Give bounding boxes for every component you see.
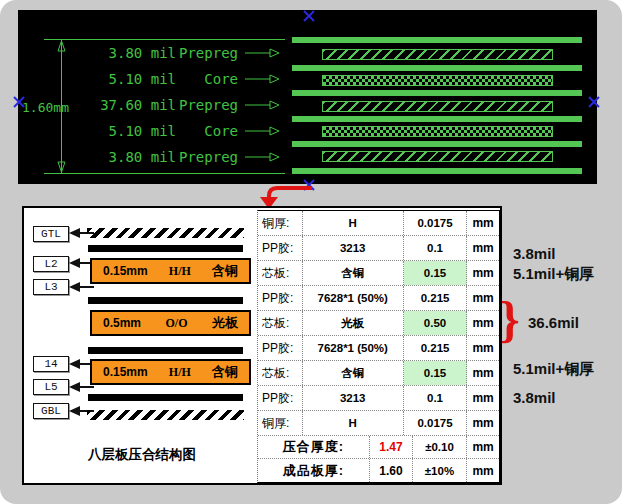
layer-callout: 5.10 mil Core <box>78 118 282 144</box>
summary-value-cell: 1.60 <box>370 459 413 482</box>
layer-thickness: 3.80 mil <box>78 45 176 61</box>
value-cell-highlighted: 0.15 <box>404 361 467 385</box>
material-cell: 3213 <box>303 386 404 410</box>
layer-material: Core <box>176 123 238 139</box>
layer-pointer-arrow-icon <box>245 126 281 136</box>
table-row: 铜厚: H 0.0175 mm <box>258 211 499 236</box>
layer-label-box: L2 <box>33 256 69 272</box>
mil-annotation: 3.8mil <box>513 389 556 406</box>
prepreg-layer-bar <box>322 101 553 112</box>
prepreg-black-bar <box>88 347 243 354</box>
table-row: 芯板: 光板 0.50 mm <box>258 311 499 336</box>
value-cell: 0.1 <box>404 386 467 410</box>
core-foil-spec: O/O <box>166 316 188 331</box>
core-thickness: 0.5mm <box>103 316 141 330</box>
layer-label-box: L3 <box>33 279 69 295</box>
summary-tolerance-cell: ±0.10 <box>413 436 468 458</box>
stackup-diagram-panel: GTL L2 L3 14 L5 GBL 0.15mm H/H 含铜 0.5mm … <box>22 206 502 485</box>
table-row: PP胶: 3213 0.1 mm <box>258 386 499 411</box>
core-block: 0.15mm H/H 含铜 <box>90 258 251 284</box>
unit-cell: mm <box>467 386 499 410</box>
unit-cell: mm <box>467 311 499 335</box>
layer-pointer-arrow-icon <box>245 152 281 162</box>
row-label-cell: PP胶: <box>258 286 303 310</box>
core-block: 0.5mm O/O 光板 <box>90 310 251 336</box>
core-foil-spec: H/H <box>169 264 191 279</box>
layer-material: Prepreg <box>176 97 238 113</box>
layer-callout: 3.80 mil Prepreg <box>78 144 282 170</box>
value-cell: 0.215 <box>404 336 467 360</box>
unit-cell: mm <box>467 361 499 385</box>
table-row: 芯板: 含铜 0.15 mm <box>258 261 499 286</box>
unit-cell: mm <box>467 261 499 285</box>
table-row: PP胶: 7628*1 (50%) 0.215 mm <box>258 336 499 361</box>
layer-thickness: 3.80 mil <box>78 149 176 165</box>
layer-label-box: GTL <box>33 226 69 242</box>
summary-label-cell: 压合厚度: <box>258 436 370 458</box>
core-thickness: 0.15mm <box>103 365 148 379</box>
stackup-spec-table: 铜厚: H 0.0175 mm PP胶: 3213 0.1 mm 芯板: 含铜 … <box>257 210 500 483</box>
material-cell: H <box>303 411 404 435</box>
mil-annotation: 5.1mil+铜厚 <box>513 265 594 284</box>
material-cell: 含铜 <box>303 361 404 385</box>
mil-annotation: 5.1mil+铜厚 <box>513 360 594 379</box>
table-row: 芯板: 含铜 0.15 mm <box>258 361 499 386</box>
material-cell: H <box>303 211 404 235</box>
selection-handle-icon <box>303 10 315 22</box>
value-cell-highlighted: 0.15 <box>404 261 467 285</box>
core-layer-bar <box>322 75 553 86</box>
value-cell: 0.215 <box>404 286 467 310</box>
unit-cell: mm <box>467 286 499 310</box>
copper-layer-bar <box>292 168 582 174</box>
copper-layer-bar <box>292 65 582 71</box>
mil-annotation: 36.6mil <box>528 314 579 331</box>
summary-row: 成品板厚: 1.60 ±10% mm <box>258 459 499 482</box>
summary-value-cell: 1.47 <box>370 436 413 458</box>
core-type: 含铜 <box>212 363 238 381</box>
top-foil-hatch-bar <box>87 228 244 238</box>
row-label-cell: 芯板: <box>258 361 303 385</box>
selection-handle-icon <box>13 96 25 108</box>
table-row: 铜厚: H 0.0175 mm <box>258 411 499 436</box>
unit-cell: mm <box>467 236 499 260</box>
unit-cell: mm <box>467 411 499 435</box>
unit-cell: mm <box>467 436 499 458</box>
layer-callout: 37.60 mil Prepreg <box>78 92 282 118</box>
layer-pointer-arrow-icon <box>245 74 281 84</box>
mil-annotation: 3.8mil <box>513 245 556 262</box>
core-block: 0.15mm H/H 含铜 <box>90 359 251 385</box>
selection-handle-icon <box>588 96 600 108</box>
row-label-cell: 铜厚: <box>258 411 303 435</box>
core-foil-spec: H/H <box>169 365 191 380</box>
copper-layer-bar <box>292 37 582 43</box>
row-label-cell: PP胶: <box>258 336 303 360</box>
diagram-caption: 八层板压合结构图 <box>64 446 220 464</box>
value-cell: 0.1 <box>404 236 467 260</box>
prepreg-black-bar <box>88 394 243 401</box>
summary-label-cell: 成品板厚: <box>258 459 370 482</box>
row-label-cell: PP胶: <box>258 236 303 260</box>
layer-callout: 3.80 mil Prepreg <box>78 40 282 66</box>
dimension-line-bottom <box>44 173 285 174</box>
value-cell: 0.0175 <box>404 211 467 235</box>
material-cell: 7628*1 (50%) <box>303 336 404 360</box>
layer-label-box: GBL <box>33 403 69 419</box>
value-cell-highlighted: 0.50 <box>404 311 467 335</box>
core-thickness: 0.15mm <box>103 264 148 278</box>
material-cell: 7628*1 (50%) <box>303 286 404 310</box>
row-label-cell: PP胶: <box>258 386 303 410</box>
unit-cell: mm <box>467 211 499 235</box>
total-thickness-label: 1.60mm <box>22 100 69 115</box>
value-cell: 0.0175 <box>404 411 467 435</box>
prepreg-black-bar <box>88 245 243 252</box>
material-cell: 3213 <box>303 236 404 260</box>
core-layer-bar <box>322 126 553 137</box>
layer-label-box: 14 <box>33 356 69 372</box>
red-brace-icon: } <box>500 294 520 344</box>
copper-layer-bar <box>292 141 582 147</box>
layer-pointer-arrow-icon <box>245 48 281 58</box>
core-type: 光板 <box>212 314 238 332</box>
dimension-arrow-up-icon <box>57 40 66 52</box>
layer-pointer-arrow-icon <box>245 100 281 110</box>
summary-tolerance-cell: ±10% <box>413 459 468 482</box>
